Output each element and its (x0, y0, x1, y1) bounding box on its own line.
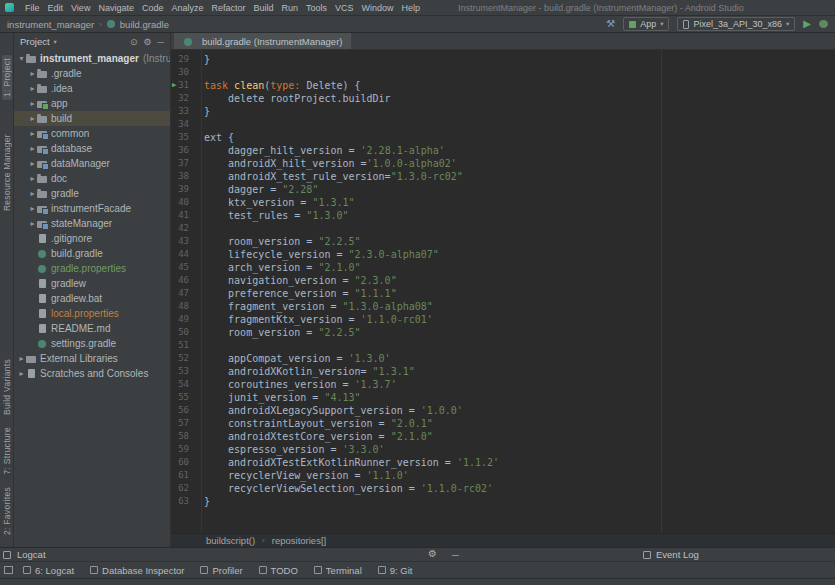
tree-arrow-icon[interactable]: ▸ (28, 114, 37, 123)
tree-item-database[interactable]: ▸database (14, 141, 170, 156)
event-log-button[interactable]: Event Log (656, 549, 699, 560)
debug-button[interactable] (819, 20, 828, 28)
tree-item-instrument-manager[interactable]: ▾instrument_manager(InstrumentM (14, 51, 170, 66)
tree-arrow-icon[interactable]: ▸ (28, 189, 37, 198)
code-line: 59 espresso_version = '3.3.0' (171, 443, 835, 456)
logcat-title[interactable]: Logcat (17, 549, 46, 560)
tree-item-readme-md[interactable]: README.md (14, 321, 170, 336)
menu-window[interactable]: Window (358, 3, 398, 13)
tool-window-button-7-structure[interactable]: 7: Structure (2, 427, 12, 475)
tool-window-button-6-logcat[interactable]: 6: Logcat (23, 565, 74, 576)
tool-window-button-profiler[interactable]: Profiler (200, 565, 242, 576)
menu-refactor[interactable]: Refactor (207, 3, 249, 13)
tree-arrow-icon[interactable]: ▸ (28, 159, 37, 168)
run-configuration-select[interactable]: App ▾ (623, 17, 669, 31)
code-token: '1.3.0' (349, 353, 391, 364)
tool-window-button-resource-manager[interactable]: Resource Manager (2, 134, 12, 211)
tool-window-button-terminal[interactable]: Terminal (314, 565, 362, 576)
tree-item-scratches-and-consoles[interactable]: ▸Scratches and Consoles (14, 366, 170, 381)
tree-item-common[interactable]: ▸common (14, 126, 170, 141)
hide-panel-icon[interactable]: ─ (158, 37, 164, 47)
locate-file-icon[interactable]: ⊙ (130, 37, 138, 47)
tree-arrow-icon[interactable]: ▸ (17, 369, 26, 378)
tool-window-button-build-variants[interactable]: Build Variants (2, 359, 12, 415)
menu-edit[interactable]: Edit (44, 3, 68, 13)
menu-build[interactable]: Build (249, 3, 277, 13)
code-line: 51 (171, 339, 835, 352)
menu-run[interactable]: Run (278, 3, 303, 13)
menu-code[interactable]: Code (138, 3, 168, 13)
tree-arrow-icon[interactable]: ▸ (28, 219, 37, 228)
tree-arrow-icon[interactable]: ▸ (28, 204, 37, 213)
run-button[interactable]: ▶ (803, 19, 811, 29)
tool-window-button-9-git[interactable]: 9: Git (378, 565, 413, 576)
logcat-settings-gear-icon[interactable]: ⚙ (428, 548, 437, 559)
tree-item-build[interactable]: ▸build (14, 111, 170, 126)
project-tree: ▾instrument_manager(InstrumentM▸.gradle▸… (14, 50, 170, 547)
line-number: 54 (171, 378, 197, 391)
code-token: "4.13" (324, 392, 360, 403)
line-number: 41 (171, 209, 197, 222)
tool-window-button-database-inspector[interactable]: Database Inspector (90, 565, 184, 576)
code-line: 63} (171, 495, 835, 508)
tree-arrow-icon[interactable]: ▸ (28, 129, 37, 138)
menu-navigate[interactable]: Navigate (94, 3, 138, 13)
logcat-minimize-icon[interactable]: ─ (452, 549, 459, 560)
tree-item-gradle-properties[interactable]: gradle.properties (14, 261, 170, 276)
tool-window-button-1-project[interactable]: 1: Project (2, 55, 12, 100)
code-text: } (197, 495, 210, 508)
editor-tab-build-gradle[interactable]: build.gradle (InstrumentManager) (174, 33, 351, 49)
tool-window-button-2-favorites[interactable]: 2: Favorites (2, 487, 12, 535)
breadcrumb-project[interactable]: instrument_manager (7, 19, 94, 30)
tree-arrow-icon[interactable]: ▸ (28, 144, 37, 153)
tool-window-button-todo[interactable]: TODO (259, 565, 298, 576)
menu-tools[interactable]: Tools (302, 3, 331, 13)
tree-item-app[interactable]: ▸app (14, 96, 170, 111)
menu-analyze[interactable]: Analyze (167, 3, 207, 13)
tree-item-gradlew[interactable]: gradlew (14, 276, 170, 291)
tree-item-external-libraries[interactable]: ▸External Libraries (14, 351, 170, 366)
tree-item-gitignore[interactable]: .gitignore (14, 231, 170, 246)
menu-file[interactable]: File (21, 3, 44, 13)
code-token: "1.1.1" (355, 288, 397, 299)
breadcrumb-buildscript[interactable]: buildscript() (206, 535, 255, 546)
project-view-select[interactable]: Project (20, 36, 50, 47)
gear-icon[interactable]: ⚙ (144, 37, 152, 47)
tree-item-gradlew-bat[interactable]: gradlew.bat (14, 291, 170, 306)
tree-item-datamanager[interactable]: ▸dataManager (14, 156, 170, 171)
breadcrumb-repositories[interactable]: repositories[] (272, 535, 326, 546)
run-gutter-icon[interactable]: ▶ (172, 79, 176, 92)
tree-item-gradle[interactable]: ▸.gradle (14, 66, 170, 81)
breadcrumb: instrument_manager › build.gradle (7, 19, 169, 30)
tree-arrow-icon[interactable]: ▸ (28, 174, 37, 183)
tree-arrow-icon[interactable]: ▸ (28, 84, 37, 93)
tree-arrow-icon[interactable]: ▸ (17, 354, 26, 363)
build-hammer-icon[interactable]: ⚒ (606, 19, 615, 29)
breadcrumb-file[interactable]: build.gradle (120, 19, 169, 30)
left-tool-window-strip: 1: ProjectResource Manager Build Variant… (0, 33, 14, 547)
tree-arrow-icon[interactable]: ▸ (28, 99, 37, 108)
device-select[interactable]: Pixel_3a_API_30_x86 ▾ (677, 17, 795, 31)
menu-help[interactable]: Help (398, 3, 425, 13)
tree-item-idea[interactable]: ▸.idea (14, 81, 170, 96)
tree-item-doc[interactable]: ▸doc (14, 171, 170, 186)
tree-item-suffix: (InstrumentM (143, 53, 170, 64)
tree-item-local-properties[interactable]: local.properties (14, 306, 170, 321)
menu-view[interactable]: View (67, 3, 94, 13)
line-number: 56 (171, 404, 197, 417)
tree-item-instrumentfacade[interactable]: ▸instrumentFacade (14, 201, 170, 216)
tree-arrow-icon[interactable]: ▾ (17, 54, 26, 63)
logcat-icon (3, 551, 11, 559)
9-git-icon (378, 566, 386, 574)
tree-item-build-gradle[interactable]: build.gradle (14, 246, 170, 261)
tree-item-statemanager[interactable]: ▸stateManager (14, 216, 170, 231)
line-number: 59 (171, 443, 197, 456)
tree-item-settings-gradle[interactable]: settings.gradle (14, 336, 170, 351)
code-editor[interactable]: 29}3031▶task clean(type: Delete) {32 del… (171, 50, 835, 533)
tree-arrow-icon[interactable]: ▸ (28, 69, 37, 78)
folder-icon (37, 173, 48, 184)
menu-vcs[interactable]: VCS (331, 3, 358, 13)
tree-item-gradle[interactable]: ▸gradle (14, 186, 170, 201)
tool-window-switcher-icon[interactable] (4, 566, 13, 574)
line-number: 34 (171, 118, 197, 131)
